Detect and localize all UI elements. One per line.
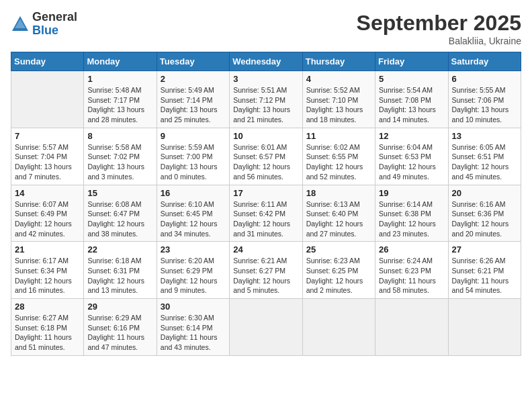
logo-icon — [11, 15, 30, 34]
location-subtitle: Balakliia, Ukraine — [357, 36, 521, 46]
calendar-day-header: Saturday — [448, 52, 521, 71]
day-info: Sunrise: 6:10 AMSunset: 6:45 PMDaylight:… — [161, 199, 226, 239]
day-info: Sunrise: 6:26 AMSunset: 6:21 PMDaylight:… — [452, 256, 517, 295]
calendar-week-row: 7Sunrise: 5:57 AMSunset: 7:04 PMDaylight… — [11, 128, 521, 185]
day-number: 17 — [233, 188, 298, 198]
calendar-header-row: SundayMondayTuesdayWednesdayThursdayFrid… — [11, 52, 521, 71]
day-number: 6 — [452, 74, 517, 84]
day-number: 23 — [161, 244, 226, 255]
calendar-cell — [375, 299, 448, 356]
calendar-cell: 9Sunrise: 5:59 AMSunset: 7:00 PMDaylight… — [157, 128, 229, 185]
calendar-cell: 12Sunrise: 6:04 AMSunset: 6:53 PMDayligh… — [375, 128, 448, 185]
day-info: Sunrise: 6:20 AMSunset: 6:29 PMDaylight:… — [161, 256, 226, 295]
day-number: 8 — [87, 131, 152, 141]
calendar-cell: 16Sunrise: 6:10 AMSunset: 6:45 PMDayligh… — [157, 185, 229, 242]
day-info: Sunrise: 6:23 AMSunset: 6:25 PMDaylight:… — [306, 256, 371, 295]
day-number: 1 — [87, 74, 152, 84]
calendar-cell: 13Sunrise: 6:05 AMSunset: 6:51 PMDayligh… — [448, 128, 521, 185]
calendar-cell: 20Sunrise: 6:16 AMSunset: 6:36 PMDayligh… — [448, 185, 521, 242]
day-info: Sunrise: 5:58 AMSunset: 7:02 PMDaylight:… — [87, 142, 152, 182]
calendar-cell: 19Sunrise: 6:14 AMSunset: 6:38 PMDayligh… — [375, 185, 448, 242]
day-number: 29 — [87, 302, 152, 312]
calendar-cell — [448, 299, 521, 356]
calendar-week-row: 28Sunrise: 6:27 AMSunset: 6:18 PMDayligh… — [11, 299, 521, 356]
day-number: 14 — [15, 188, 80, 198]
day-info: Sunrise: 6:05 AMSunset: 6:51 PMDaylight:… — [452, 142, 517, 182]
day-number: 19 — [379, 188, 444, 198]
calendar-cell: 22Sunrise: 6:18 AMSunset: 6:31 PMDayligh… — [84, 242, 157, 299]
month-title: September 2025 — [357, 11, 521, 36]
day-number: 28 — [15, 302, 80, 312]
calendar-cell: 26Sunrise: 6:24 AMSunset: 6:23 PMDayligh… — [375, 242, 448, 299]
day-info: Sunrise: 6:14 AMSunset: 6:38 PMDaylight:… — [379, 199, 444, 239]
calendar-cell: 1Sunrise: 5:48 AMSunset: 7:17 PMDaylight… — [84, 71, 157, 128]
calendar-cell: 5Sunrise: 5:54 AMSunset: 7:08 PMDaylight… — [375, 71, 448, 128]
calendar-week-row: 14Sunrise: 6:07 AMSunset: 6:49 PMDayligh… — [11, 185, 521, 242]
calendar-day-header: Wednesday — [230, 52, 302, 71]
calendar-cell — [302, 299, 375, 356]
calendar-cell: 4Sunrise: 5:52 AMSunset: 7:10 PMDaylight… — [302, 71, 375, 128]
logo-blue: Blue — [32, 24, 77, 38]
calendar-cell: 21Sunrise: 6:17 AMSunset: 6:34 PMDayligh… — [11, 242, 84, 299]
day-number: 26 — [379, 244, 444, 255]
calendar-cell: 7Sunrise: 5:57 AMSunset: 7:04 PMDaylight… — [11, 128, 84, 185]
day-number: 11 — [306, 131, 371, 141]
day-info: Sunrise: 6:08 AMSunset: 6:47 PMDaylight:… — [87, 199, 152, 239]
day-number: 3 — [233, 74, 298, 84]
calendar-cell: 27Sunrise: 6:26 AMSunset: 6:21 PMDayligh… — [448, 242, 521, 299]
logo: General Blue — [11, 11, 77, 38]
calendar-day-header: Friday — [375, 52, 448, 71]
day-number: 4 — [306, 74, 371, 84]
day-info: Sunrise: 6:18 AMSunset: 6:31 PMDaylight:… — [87, 256, 152, 295]
day-info: Sunrise: 6:13 AMSunset: 6:40 PMDaylight:… — [306, 199, 371, 239]
day-number: 12 — [379, 131, 444, 141]
calendar-cell: 17Sunrise: 6:11 AMSunset: 6:42 PMDayligh… — [230, 185, 302, 242]
day-info: Sunrise: 5:51 AMSunset: 7:12 PMDaylight:… — [233, 85, 298, 125]
calendar-cell: 24Sunrise: 6:21 AMSunset: 6:27 PMDayligh… — [230, 242, 302, 299]
day-info: Sunrise: 6:29 AMSunset: 6:16 PMDaylight:… — [87, 313, 152, 353]
calendar-day-header: Tuesday — [157, 52, 229, 71]
calendar-week-row: 1Sunrise: 5:48 AMSunset: 7:17 PMDaylight… — [11, 71, 521, 128]
day-number: 22 — [87, 244, 152, 255]
calendar-table: SundayMondayTuesdayWednesdayThursdayFrid… — [11, 52, 521, 356]
day-number: 2 — [161, 74, 226, 84]
day-info: Sunrise: 5:48 AMSunset: 7:17 PMDaylight:… — [87, 85, 152, 125]
calendar-cell: 25Sunrise: 6:23 AMSunset: 6:25 PMDayligh… — [302, 242, 375, 299]
calendar-cell: 29Sunrise: 6:29 AMSunset: 6:16 PMDayligh… — [84, 299, 157, 356]
day-info: Sunrise: 5:49 AMSunset: 7:14 PMDaylight:… — [161, 85, 226, 125]
day-info: Sunrise: 6:11 AMSunset: 6:42 PMDaylight:… — [233, 199, 298, 239]
day-number: 7 — [15, 131, 80, 141]
day-number: 15 — [87, 188, 152, 198]
day-number: 30 — [161, 302, 226, 312]
calendar-cell — [11, 71, 84, 128]
day-number: 18 — [306, 188, 371, 198]
calendar-cell: 10Sunrise: 6:01 AMSunset: 6:57 PMDayligh… — [230, 128, 302, 185]
day-info: Sunrise: 5:57 AMSunset: 7:04 PMDaylight:… — [15, 142, 80, 182]
day-number: 16 — [161, 188, 226, 198]
day-number: 13 — [452, 131, 517, 141]
calendar-cell: 15Sunrise: 6:08 AMSunset: 6:47 PMDayligh… — [84, 185, 157, 242]
day-info: Sunrise: 5:55 AMSunset: 7:06 PMDaylight:… — [452, 85, 517, 125]
calendar-cell: 11Sunrise: 6:02 AMSunset: 6:55 PMDayligh… — [302, 128, 375, 185]
day-info: Sunrise: 6:01 AMSunset: 6:57 PMDaylight:… — [233, 142, 298, 182]
day-info: Sunrise: 6:21 AMSunset: 6:27 PMDaylight:… — [233, 256, 298, 295]
day-number: 27 — [452, 244, 517, 255]
calendar-cell: 6Sunrise: 5:55 AMSunset: 7:06 PMDaylight… — [448, 71, 521, 128]
calendar-day-header: Sunday — [11, 52, 84, 71]
day-info: Sunrise: 6:04 AMSunset: 6:53 PMDaylight:… — [379, 142, 444, 182]
day-info: Sunrise: 6:16 AMSunset: 6:36 PMDaylight:… — [452, 199, 517, 239]
day-info: Sunrise: 6:30 AMSunset: 6:14 PMDaylight:… — [161, 313, 226, 353]
logo-general: General — [32, 11, 77, 24]
day-number: 24 — [233, 244, 298, 255]
day-number: 5 — [379, 74, 444, 84]
day-info: Sunrise: 6:07 AMSunset: 6:49 PMDaylight:… — [15, 199, 80, 239]
calendar-cell — [230, 299, 302, 356]
calendar-cell: 28Sunrise: 6:27 AMSunset: 6:18 PMDayligh… — [11, 299, 84, 356]
day-info: Sunrise: 6:17 AMSunset: 6:34 PMDaylight:… — [15, 256, 80, 295]
calendar-cell: 2Sunrise: 5:49 AMSunset: 7:14 PMDaylight… — [157, 71, 229, 128]
day-info: Sunrise: 6:27 AMSunset: 6:18 PMDaylight:… — [15, 313, 80, 353]
calendar-day-header: Thursday — [302, 52, 375, 71]
page-header: General Blue September 2025 Balakliia, U… — [11, 11, 521, 46]
day-info: Sunrise: 5:54 AMSunset: 7:08 PMDaylight:… — [379, 85, 444, 125]
day-number: 9 — [161, 131, 226, 141]
